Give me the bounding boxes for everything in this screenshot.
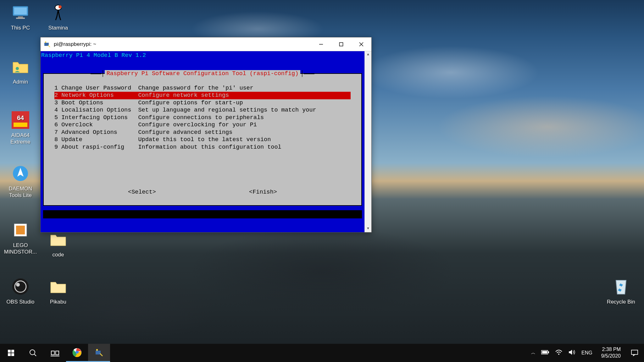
svg-rect-2: [18, 16, 23, 18]
svg-point-15: [16, 283, 20, 287]
desktop-icon-label: LEGO MINDSTOR...: [3, 242, 38, 255]
lego-icon: [10, 220, 31, 240]
window-titlebar[interactable]: pi@raspberrypi: ~: [41, 37, 371, 51]
scroll-down-arrow[interactable]: ▼: [365, 225, 371, 232]
folder-user-icon: [10, 57, 31, 77]
terminal-area[interactable]: Raspberry Pi 4 Model B Rev 1.2 ┤ Raspber…: [41, 51, 371, 232]
svg-rect-9: [14, 123, 27, 127]
svg-rect-29: [56, 351, 59, 355]
start-button[interactable]: [0, 344, 22, 362]
desktop-icon-label: OBS Studio: [7, 299, 35, 305]
menu-item-7[interactable]: 7 Advanced Options Configure advanced se…: [44, 129, 361, 136]
svg-rect-19: [340, 42, 343, 46]
taskbar-putty[interactable]: [88, 344, 110, 362]
window-title: pi@raspberrypi: ~: [54, 41, 311, 47]
daemon-icon: [10, 163, 31, 184]
tray-language[interactable]: ENG: [581, 350, 592, 356]
svg-point-38: [558, 354, 559, 355]
terminal-window: pi@raspberrypi: ~ Raspberry Pi 4 Model B…: [40, 37, 372, 233]
putty-icon: [44, 41, 51, 48]
terminal-scrollbar[interactable]: ▲ ▼: [364, 51, 371, 232]
svg-rect-3: [16, 18, 25, 19]
desktop-icon-label: DAEMON Tools Lite: [3, 185, 38, 199]
svg-rect-23: [11, 350, 14, 353]
svg-rect-22: [8, 350, 11, 353]
desktop-icon-this-pc[interactable]: This PC: [3, 3, 38, 31]
menu-item-3[interactable]: 3 Boot Options Configure options for sta…: [44, 99, 361, 107]
maximize-button[interactable]: [331, 37, 351, 51]
aida64-icon: 64: [10, 110, 31, 130]
svg-rect-25: [11, 353, 14, 356]
desktop-icon-label: Recycle Bin: [607, 299, 635, 305]
stamina-icon: [48, 3, 68, 23]
svg-rect-36: [548, 351, 549, 353]
recycle-bin-icon: [611, 277, 631, 297]
clock-date: 9/5/2020: [601, 353, 621, 359]
obs-icon: [10, 277, 31, 297]
notifications-button[interactable]: [625, 344, 644, 362]
terminal-cursor-line: [43, 210, 362, 218]
menu-item-9[interactable]: 9 About raspi-config Information about t…: [44, 144, 361, 151]
svg-rect-37: [542, 351, 547, 354]
clock-time: 2:38 PM: [602, 346, 621, 353]
computer-icon: [10, 3, 31, 23]
desktop-icon-code[interactable]: code: [41, 229, 75, 258]
menu-item-5[interactable]: 5 Interfacing Options Configure connecti…: [44, 114, 361, 122]
tray-wifi-icon[interactable]: [555, 349, 563, 357]
desktop-icon-label: Pikabu: [50, 299, 66, 305]
svg-rect-34: [96, 349, 98, 351]
menu-item-1[interactable]: 1 Change User Password Change password f…: [44, 85, 361, 92]
scroll-up-arrow[interactable]: ▲: [365, 51, 371, 58]
config-dialog-title: Raspberry Pi Software Configuration Tool…: [105, 70, 301, 78]
close-button[interactable]: [351, 37, 371, 51]
svg-line-27: [34, 354, 36, 356]
desktop-icon-pikabu[interactable]: Pikabu: [41, 277, 75, 305]
tray-battery-icon[interactable]: [541, 350, 549, 356]
desktop-icon-recycle-bin[interactable]: Recycle Bin: [604, 277, 638, 305]
svg-rect-24: [8, 353, 11, 356]
menu-item-8[interactable]: 8 Update Update this tool to the latest …: [44, 136, 361, 144]
svg-rect-17: [45, 41, 46, 43]
svg-point-26: [30, 350, 35, 355]
desktop-icon-label: code: [53, 251, 64, 258]
desktop-icon-label: AIDA64 Extreme: [3, 132, 38, 145]
menu-item-2[interactable]: 2 Network Options Configure network sett…: [54, 92, 351, 99]
folder-icon: [48, 277, 68, 297]
system-tray: ︿ ENG: [527, 344, 597, 362]
tray-chevron-up-icon[interactable]: ︿: [531, 350, 536, 356]
tray-volume-icon[interactable]: [568, 349, 576, 357]
svg-rect-12: [16, 226, 25, 234]
desktop-icon-label: This PC: [11, 25, 30, 31]
desktop-icon-lego[interactable]: LEGO MINDSTOR...: [3, 220, 38, 255]
menu-item-4[interactable]: 4 Localisation Options Set up language a…: [44, 107, 361, 114]
minimize-button[interactable]: [311, 37, 331, 51]
desktop-icon-obs[interactable]: OBS Studio: [3, 277, 38, 305]
desktop-icon-stamina[interactable]: Stamina: [41, 3, 75, 31]
desktop-icon-label: Admin: [13, 79, 28, 85]
svg-point-5: [58, 5, 62, 8]
svg-point-6: [16, 67, 19, 70]
desktop-icon-admin[interactable]: Admin: [3, 57, 38, 85]
taskbar-chrome[interactable]: [66, 344, 88, 362]
svg-rect-39: [631, 350, 638, 354]
menu-item-6[interactable]: 6 Overclock Configure overclocking for y…: [44, 121, 361, 129]
taskbar-clock[interactable]: 2:38 PM 9/5/2020: [597, 344, 625, 362]
select-button[interactable]: <Select>: [128, 189, 156, 196]
config-menu[interactable]: 1 Change User Password Change password f…: [44, 78, 361, 151]
svg-text:64: 64: [17, 114, 24, 121]
taskbar: ︿ ENG 2:38 PM 9/5/2020: [0, 344, 644, 362]
finish-button[interactable]: <Finish>: [249, 189, 277, 196]
desktop-icon-label: Stamina: [48, 25, 68, 31]
svg-rect-28: [51, 351, 54, 355]
desktop-icon-daemon[interactable]: DAEMON Tools Lite: [3, 163, 38, 199]
task-view-button[interactable]: [44, 344, 66, 362]
raspi-config-dialog: ┤ Raspberry Pi Software Configuration To…: [43, 73, 362, 206]
desktop-icon-aida64[interactable]: 64 AIDA64 Extreme: [3, 110, 38, 145]
svg-rect-1: [14, 8, 27, 14]
search-button[interactable]: [22, 344, 44, 362]
